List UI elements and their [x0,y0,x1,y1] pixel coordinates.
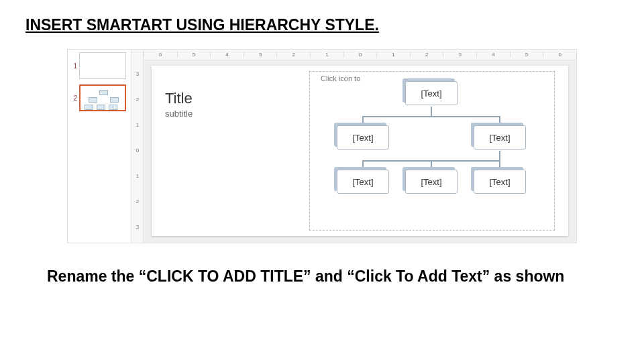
smartart-node-label: [Text] [489,177,510,187]
ruler-tick: 5 [177,52,211,58]
horizontal-ruler: 6 5 4 3 2 1 0 1 2 3 4 5 6 [144,50,576,60]
smartart-node-label: [Text] [421,88,441,99]
slide-subtitle: subtitle [165,109,286,119]
connector-icon [362,116,500,117]
thumbnail-row: 1 [70,52,128,79]
thumbnail-preview-icon [85,90,122,107]
vertical-ruler: 3 2 1 0 1 2 3 [131,50,144,243]
smartart-node[interactable]: [Text] [474,125,526,149]
ruler-tick: 3 [443,52,476,58]
slide-thumbnail-1[interactable] [79,52,126,79]
ruler-tick: 4 [476,52,510,58]
smartart-node[interactable]: [Text] [474,170,526,194]
connector-icon [499,160,500,170]
ruler-tick: 2 [133,198,142,204]
ruler-tick: 0 [343,52,377,58]
smartart-node-label: [Text] [352,177,373,187]
thumbnail-row: 2 [70,84,128,111]
ruler-tick: 4 [210,52,244,58]
thumbnail-number: 2 [70,95,77,102]
connector-icon [499,116,500,125]
ruler-tick: 0 [133,147,142,154]
ruler-tick: 1 [376,52,410,58]
ruler-tick: 3 [244,52,277,58]
smartart-node-label: [Text] [421,177,441,187]
ruler-tick: 3 [133,224,142,230]
ruler-tick: 2 [276,52,310,58]
ruler-tick: 1 [133,173,142,179]
smartart-node-label: [Text] [352,133,373,143]
ruler-tick: 1 [310,52,343,58]
connector-icon [499,151,500,160]
ruler-tick: 1 [133,122,142,128]
connector-icon [431,160,432,170]
connector-icon [362,160,364,170]
slide-thumbnail-panel: 1 2 [68,50,131,243]
smartart-node[interactable]: [Text] [405,170,458,194]
ruler-tick: 2 [133,97,142,103]
title-placeholder[interactable]: Title subtitle [165,90,286,119]
slide-thumbnail-2[interactable] [79,84,126,111]
slide-title: Title [165,90,286,107]
smartart-node-label: [Text] [489,133,510,143]
smartart-node-root[interactable]: [Text] [405,81,458,105]
click-icon-label: Click icon to [321,74,360,82]
thumbnail-number: 1 [70,62,77,70]
ruler-tick: 5 [510,52,543,58]
ruler-tick: 6 [543,52,576,58]
smartart-node[interactable]: [Text] [337,125,389,149]
smartart-placeholder[interactable]: Click icon to [Text] [309,71,555,231]
document-page: INSERT SMARTART USING HIERARCHY STYLE. 1… [0,0,644,302]
smartart-node[interactable]: [Text] [337,170,389,194]
slide-edit-surface: 6 5 4 3 2 1 0 1 2 3 4 5 6 Title subtitle [144,50,576,243]
ruler-tick: 6 [144,52,177,58]
ruler-tick: 3 [133,71,142,77]
section-heading: INSERT SMARTART USING HIERARCHY STYLE. [25,16,624,34]
connector-icon [362,116,364,125]
powerpoint-screenshot: 1 2 3 2 1 [67,49,577,243]
slide-canvas[interactable]: Title subtitle Click icon to [152,66,568,236]
connector-icon [431,107,432,116]
instruction-caption: Rename the “CLICK TO ADD TITLE” and “Cli… [47,267,624,286]
ruler-tick: 2 [410,52,443,58]
